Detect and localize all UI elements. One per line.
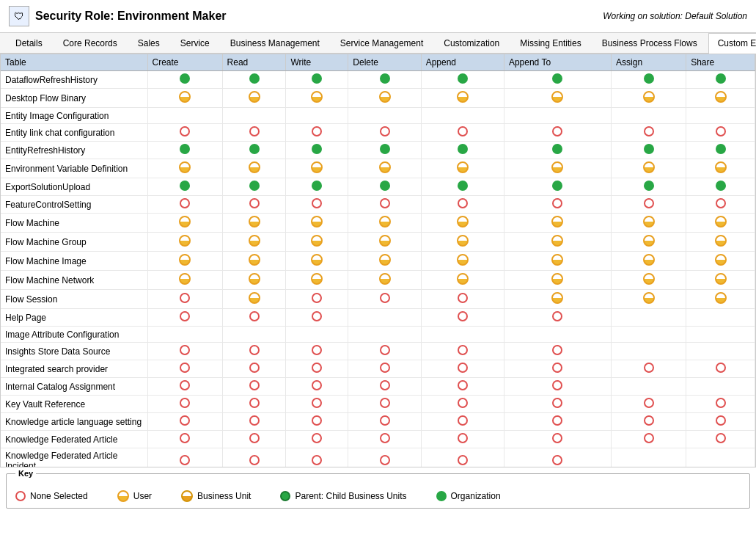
none-icon[interactable] (716, 415, 726, 426)
none-icon[interactable] (312, 126, 322, 136)
none-icon[interactable] (312, 415, 322, 426)
permission-cell[interactable] (286, 396, 348, 413)
permission-cell[interactable] (686, 178, 755, 196)
permission-cell[interactable] (286, 378, 348, 396)
permission-cell[interactable] (686, 309, 755, 327)
none-icon[interactable] (180, 311, 190, 321)
none-icon[interactable] (380, 126, 390, 136)
none-icon[interactable] (380, 398, 390, 408)
permission-cell[interactable] (686, 142, 755, 159)
permission-cell[interactable] (147, 71, 222, 89)
user-icon[interactable] (379, 161, 391, 173)
none-icon[interactable] (644, 415, 654, 426)
none-icon[interactable] (458, 380, 468, 390)
permission-cell[interactable] (612, 327, 686, 343)
permission-cell[interactable] (686, 89, 755, 108)
permission-cell[interactable] (222, 378, 286, 396)
org-icon[interactable] (644, 73, 654, 84)
permission-cell[interactable] (348, 378, 421, 396)
none-icon[interactable] (380, 455, 390, 465)
tab-business-management[interactable]: Business Management (221, 33, 329, 53)
permission-cell[interactable] (286, 431, 348, 448)
permission-cell[interactable] (612, 142, 686, 159)
permission-cell[interactable] (348, 413, 421, 431)
permission-cell[interactable] (612, 124, 686, 142)
user-icon[interactable] (715, 161, 727, 173)
permission-cell[interactable] (286, 71, 348, 89)
permission-cell[interactable] (504, 233, 611, 252)
permission-cell[interactable] (686, 233, 755, 252)
permission-cell[interactable] (286, 159, 348, 178)
org-icon[interactable] (180, 181, 190, 191)
permission-cell[interactable] (421, 431, 504, 448)
permission-cell[interactable] (222, 290, 286, 309)
none-icon[interactable] (380, 433, 390, 443)
permission-cell[interactable] (686, 448, 755, 468)
permission-cell[interactable] (222, 124, 286, 142)
none-icon[interactable] (716, 198, 726, 208)
permission-cell[interactable] (222, 396, 286, 413)
permission-cell[interactable] (147, 271, 222, 290)
permission-cell[interactable] (612, 252, 686, 271)
permission-cell[interactable] (686, 413, 755, 431)
user-icon[interactable] (643, 254, 655, 266)
permission-cell[interactable] (286, 108, 348, 124)
user-icon[interactable] (643, 292, 655, 304)
none-icon[interactable] (458, 415, 468, 426)
user-icon[interactable] (715, 216, 727, 228)
none-icon[interactable] (552, 363, 562, 373)
permission-cell[interactable] (686, 327, 755, 343)
table-container[interactable]: TableCreateReadWriteDeleteAppendAppend T… (0, 54, 756, 467)
permission-cell[interactable] (612, 271, 686, 290)
none-icon[interactable] (249, 198, 260, 208)
permission-cell[interactable] (504, 124, 611, 142)
permission-cell[interactable] (147, 233, 222, 252)
permission-cell[interactable] (147, 327, 222, 343)
permission-cell[interactable] (348, 159, 421, 178)
none-icon[interactable] (180, 345, 190, 355)
none-icon[interactable] (458, 455, 468, 465)
user-icon[interactable] (311, 91, 323, 103)
permission-cell[interactable] (222, 271, 286, 290)
permission-cell[interactable] (348, 343, 421, 360)
permission-cell[interactable] (348, 431, 421, 448)
permission-cell[interactable] (421, 396, 504, 413)
org-icon[interactable] (552, 144, 562, 154)
permission-cell[interactable] (348, 233, 421, 252)
permission-cell[interactable] (348, 360, 421, 378)
permission-cell[interactable] (348, 290, 421, 309)
permission-cell[interactable] (348, 327, 421, 343)
none-icon[interactable] (644, 398, 654, 408)
none-icon[interactable] (458, 293, 468, 303)
permission-cell[interactable] (686, 108, 755, 124)
none-icon[interactable] (458, 363, 468, 373)
user-icon[interactable] (179, 254, 191, 266)
user-icon[interactable] (457, 273, 469, 285)
org-icon[interactable] (644, 144, 654, 154)
none-icon[interactable] (716, 398, 726, 408)
permission-cell[interactable] (421, 196, 504, 214)
user-icon[interactable] (311, 235, 323, 247)
permission-cell[interactable] (504, 71, 611, 89)
user-icon[interactable] (457, 161, 469, 173)
none-icon[interactable] (644, 363, 654, 373)
none-icon[interactable] (180, 433, 190, 443)
permission-cell[interactable] (147, 196, 222, 214)
none-icon[interactable] (249, 455, 260, 465)
permission-cell[interactable] (348, 196, 421, 214)
permission-cell[interactable] (147, 343, 222, 360)
permission-cell[interactable] (686, 343, 755, 360)
none-icon[interactable] (716, 363, 726, 373)
permission-cell[interactable] (286, 124, 348, 142)
permission-cell[interactable] (421, 343, 504, 360)
none-icon[interactable] (249, 126, 260, 136)
user-icon[interactable] (715, 235, 727, 247)
none-icon[interactable] (380, 345, 390, 355)
permission-cell[interactable] (612, 71, 686, 89)
permission-cell[interactable] (286, 448, 348, 468)
user-icon[interactable] (551, 216, 563, 228)
user-icon[interactable] (179, 216, 191, 228)
permission-cell[interactable] (612, 178, 686, 196)
none-icon[interactable] (180, 126, 190, 136)
permission-cell[interactable] (421, 159, 504, 178)
